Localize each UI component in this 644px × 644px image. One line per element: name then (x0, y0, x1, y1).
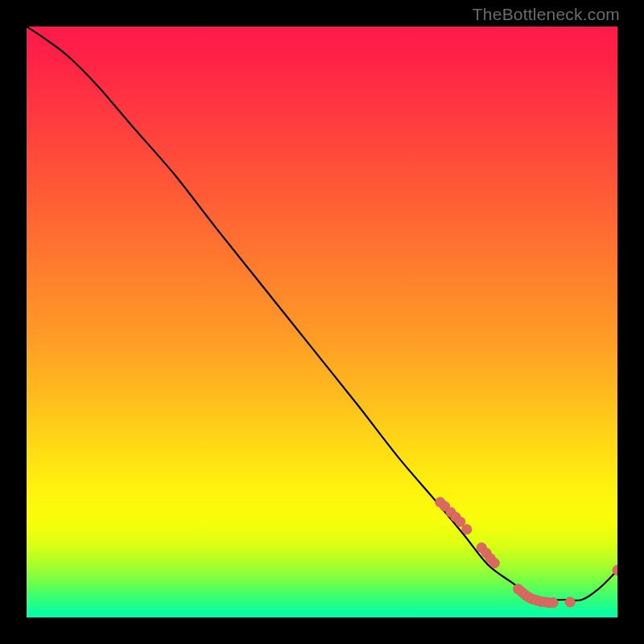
data-marker (462, 524, 472, 534)
attribution-text: TheBottleneck.com (473, 5, 620, 24)
plot-area (27, 27, 617, 617)
curve-markers (436, 497, 617, 608)
data-marker (489, 558, 499, 568)
curve-layer (27, 27, 617, 617)
chart-container: TheBottleneck.com (0, 0, 644, 644)
data-marker (565, 597, 575, 607)
bottleneck-curve (27, 27, 617, 601)
data-marker (548, 597, 558, 607)
